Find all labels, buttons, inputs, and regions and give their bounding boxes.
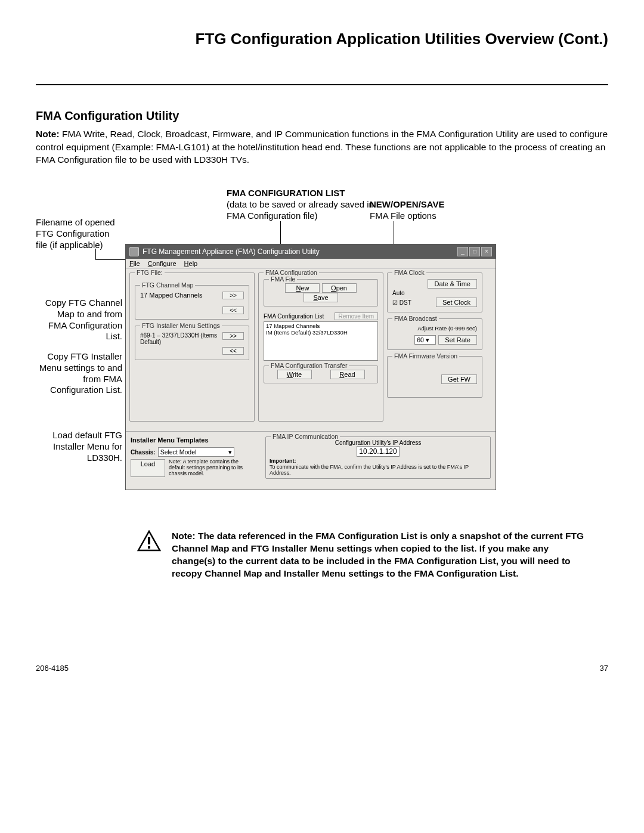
app-icon <box>129 247 139 256</box>
intro-note: Note: FMA Write, Read, Clock, Broadcast,… <box>36 128 608 166</box>
page-title: FTG Configuration Application Utilities … <box>36 30 608 48</box>
remove-item-button[interactable]: Remove Item <box>335 312 378 320</box>
ip-address-input[interactable]: 10.20.1.120 <box>357 446 399 457</box>
close-icon[interactable]: × <box>481 247 492 256</box>
channel-map-text: 17 Mapped Channels <box>140 292 203 299</box>
fma-broadcast-title: FMA Broadcast <box>392 315 439 322</box>
callout-fma-list: FMA CONFIGURATION LIST (data to be saved… <box>227 188 388 221</box>
installer-copy-left-button[interactable]: << <box>222 347 244 355</box>
chassis-select[interactable]: Select Model▾ <box>158 447 234 457</box>
svg-rect-2 <box>148 546 150 549</box>
ftg-file-group-title: FTG File: <box>135 269 165 276</box>
installer-text: #69-1 – 32/37LD330H (Items Default) <box>140 332 222 345</box>
maximize-icon[interactable]: □ <box>469 247 480 256</box>
adjust-rate-label: Adjust Rate (0-999 sec) <box>392 325 477 332</box>
channel-copy-right-button[interactable]: >> <box>222 292 244 299</box>
section-title: FMA Configuration Utility <box>36 109 608 123</box>
fma-clock-title: FMA Clock <box>392 269 426 276</box>
figure: Filename of opened FTG Configuration fil… <box>36 184 608 494</box>
fma-broadcast-group: FMA Broadcast Adjust Rate (0-999 sec) 60… <box>387 318 482 350</box>
write-button[interactable]: Write <box>277 370 312 379</box>
callout-copy-installer: Copy FTG Installer Menu settings to and … <box>36 351 122 396</box>
footer-left: 206-4185 <box>36 664 69 673</box>
callout-fma-list-sub: (data to be saved or already saved in FM… <box>227 199 374 221</box>
footer-right: 37 <box>600 664 608 673</box>
rate-select[interactable]: 60 ▾ <box>414 335 436 345</box>
load-button[interactable]: Load <box>131 459 165 477</box>
callout-copy-channel: Copy FTG Channel Map to and from FMA Con… <box>36 298 122 342</box>
callout-new-open-save: NEW/OPEN/SAVE FMA File options <box>370 199 483 222</box>
window-title: FTG Management Appliance (FMA) Configura… <box>143 247 320 256</box>
callout-load-default: Load default FTG Installer Menu for LD33… <box>36 430 122 463</box>
fma-file-title: FMA File <box>269 275 297 283</box>
app-window: FTG Management Appliance (FMA) Configura… <box>125 244 496 490</box>
warning-note: Note: The data referenced in the FMA Con… <box>137 530 590 580</box>
channel-map-group: FTG Channel Map 17 Mapped Channels >> << <box>135 285 249 320</box>
fma-list-line2: IM (Items Default) 32/37LD330H <box>266 329 376 336</box>
auto-label: Auto <box>392 290 477 296</box>
ip-communication-group: FMA IP Communication Configuration Utili… <box>265 436 491 479</box>
menu-file[interactable]: FFileile <box>129 260 140 267</box>
menubar: FFileile Configure Help <box>126 259 496 269</box>
fma-configuration-list[interactable]: 17 Mapped Channels IM (Items Default) 32… <box>264 321 378 361</box>
fma-firmware-title: FMA Firmware Version <box>392 352 459 360</box>
set-clock-button[interactable]: Set Clock <box>436 298 477 307</box>
installer-settings-title: FTG Installer Menu Settings <box>140 322 222 329</box>
channel-map-group-title: FTG Channel Map <box>140 281 195 289</box>
fma-file-group: FMA File New Open Save <box>264 279 378 306</box>
fma-transfer-title: FMA Configuration Transfer <box>269 362 349 369</box>
callout-nos-head: NEW/OPEN/SAVE <box>370 199 445 209</box>
chassis-label: Chassis: <box>131 449 156 456</box>
svg-rect-1 <box>148 537 150 544</box>
ip-label: Configuration Utility's IP Address <box>270 439 487 446</box>
dst-checkbox[interactable]: ☑ DST <box>392 299 411 306</box>
ftg-file-group: FTG File: FTG Channel Map 17 Mapped Chan… <box>129 272 255 422</box>
open-button[interactable]: Open <box>322 283 357 293</box>
fma-transfer-group: FMA Configuration Transfer Write Read <box>264 366 378 383</box>
channel-copy-left-button[interactable]: << <box>222 306 244 314</box>
fma-list-label: FMA Configuration List <box>264 313 324 320</box>
template-note: Note: A template contains the default se… <box>169 459 256 477</box>
warning-text: Note: The data referenced in the FMA Con… <box>172 530 590 580</box>
titlebar: FTG Management Appliance (FMA) Configura… <box>126 244 496 259</box>
callout-nos-sub: FMA File options <box>370 210 436 221</box>
callout-filename: Filename of opened FTG Configuration fil… <box>36 217 122 250</box>
menu-help[interactable]: Help <box>184 260 198 267</box>
installer-copy-right-button[interactable]: >> <box>222 332 244 340</box>
important-body: To communicate with the FMA, confirm the… <box>270 464 469 476</box>
note-body: FMA Write, Read, Clock, Broadcast, Firmw… <box>36 129 608 165</box>
new-button[interactable]: New <box>285 283 320 293</box>
fma-firmware-group: FMA Firmware Version Get FW <box>387 356 482 398</box>
menu-configure[interactable]: Configure <box>148 260 177 267</box>
installer-settings-group: FTG Installer Menu Settings #69-1 – 32/3… <box>135 326 249 360</box>
minimize-icon[interactable]: _ <box>457 247 468 256</box>
callout-fma-list-head: FMA CONFIGURATION LIST <box>227 188 345 198</box>
warning-icon <box>137 530 161 580</box>
get-fw-button[interactable]: Get FW <box>441 374 477 384</box>
fma-clock-group: FMA Clock Date & Time Auto ☑ DST Set Clo… <box>387 272 482 312</box>
save-button[interactable]: Save <box>304 293 338 302</box>
note-bold: Note: <box>36 129 60 139</box>
templates-head: Installer Menu Templates <box>131 436 256 444</box>
read-button[interactable]: Read <box>330 370 365 379</box>
ip-group-title: FMA IP Communication <box>271 433 340 440</box>
fma-configuration-group: FMA Configuration FMA File New Open Save… <box>258 272 383 422</box>
set-rate-button[interactable]: Set Rate <box>438 335 477 345</box>
date-time-button[interactable]: Date & Time <box>428 279 477 289</box>
fma-list-line1: 17 Mapped Channels <box>266 323 376 329</box>
important-head: Important: <box>270 458 296 464</box>
divider <box>36 84 608 85</box>
